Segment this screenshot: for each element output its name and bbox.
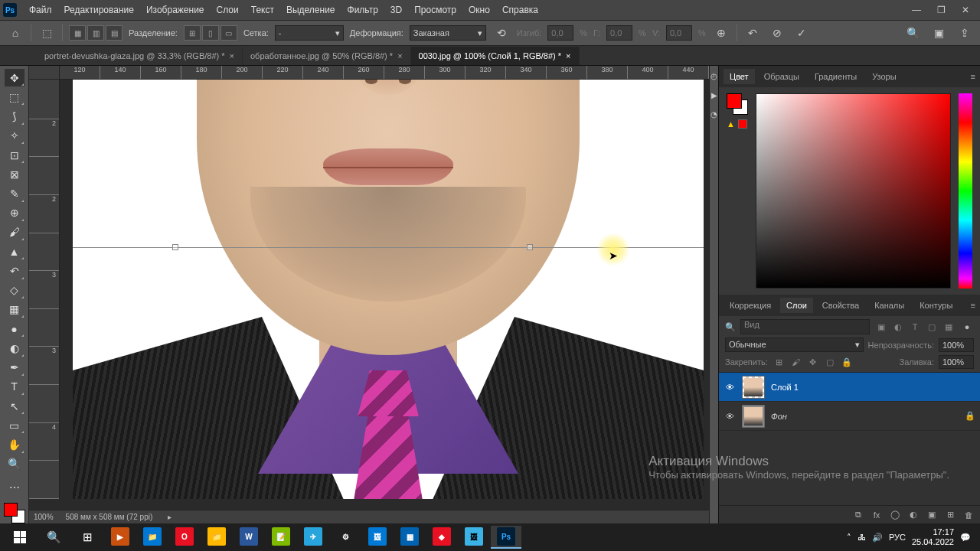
lock-position-icon[interactable]: ✥: [806, 356, 820, 368]
color-swatches[interactable]: [4, 503, 25, 523]
grid-dropdown[interactable]: -▾: [275, 25, 344, 41]
layer-name[interactable]: Фон: [771, 412, 959, 421]
frame-tool[interactable]: ⊠: [5, 165, 24, 183]
menu-file[interactable]: Файл: [23, 5, 58, 15]
warp-handle[interactable]: [527, 244, 533, 250]
arrange-icon[interactable]: ▣: [929, 24, 948, 42]
taskbar-photos[interactable]: 🖼: [459, 526, 489, 549]
close-button[interactable]: ✕: [954, 2, 977, 18]
tray-volume-icon[interactable]: 🔊: [872, 533, 883, 543]
taskbar-photoshop[interactable]: Ps: [491, 526, 521, 549]
tab-properties[interactable]: Свойства: [816, 298, 865, 313]
menu-view[interactable]: Просмотр: [408, 5, 462, 15]
hue-slider[interactable]: [959, 93, 972, 289]
split-horiz-icon[interactable]: ▤: [106, 25, 122, 41]
marquee-tool[interactable]: ⬚: [5, 88, 24, 106]
actions-icon[interactable]: ▶: [711, 91, 717, 99]
history-brush-tool[interactable]: ↶: [5, 262, 24, 279]
lock-brush-icon[interactable]: 🖌: [789, 356, 803, 368]
layer-mask-icon[interactable]: ◯: [888, 508, 902, 522]
blur-tool[interactable]: ●: [5, 320, 24, 337]
info-icon[interactable]: ◔: [710, 110, 717, 119]
history-icon[interactable]: ◴: [710, 72, 717, 80]
menu-select[interactable]: Выделение: [280, 5, 341, 15]
filter-image-icon[interactable]: ▣: [874, 321, 888, 333]
filter-shape-icon[interactable]: ▢: [925, 321, 939, 333]
layer-style-icon[interactable]: fx: [870, 508, 884, 522]
tab-swatches[interactable]: Образцы: [758, 69, 805, 84]
taskbar-app[interactable]: O: [169, 526, 200, 549]
tray-notifications-icon[interactable]: 💬: [960, 533, 971, 543]
move-tool[interactable]: ✥: [5, 69, 24, 86]
taskbar-app[interactable]: ✈: [298, 526, 328, 549]
zoom-tool[interactable]: 🔍: [5, 455, 24, 473]
maximize-button[interactable]: ❐: [929, 2, 952, 18]
menu-3d[interactable]: 3D: [384, 5, 408, 15]
opacity-field[interactable]: 100%: [939, 338, 974, 352]
ruler-horizontal[interactable]: 1201401601802002202402602803003203403603…: [60, 66, 709, 80]
search-icon[interactable]: 🔍: [903, 24, 922, 42]
panel-menu-icon[interactable]: ≡: [971, 301, 975, 310]
doc-tab-0[interactable]: portret-devushka-glaza.jpg @ 33,3% (RGB/…: [37, 47, 243, 65]
adjustment-layer-icon[interactable]: ◐: [906, 508, 920, 522]
split-grid3-icon[interactable]: ⊞: [184, 25, 201, 41]
eyedropper-tool[interactable]: ✎: [5, 184, 24, 202]
taskbar-explorer[interactable]: 📁: [201, 526, 232, 549]
taskbar-app[interactable]: W: [234, 526, 264, 549]
close-icon[interactable]: ×: [566, 51, 570, 60]
tab-paths[interactable]: Контуры: [913, 298, 959, 313]
menu-layers[interactable]: Слои: [211, 5, 245, 15]
start-button[interactable]: [3, 525, 37, 549]
taskbar-app[interactable]: 🖼: [362, 526, 393, 549]
menu-window[interactable]: Окно: [462, 5, 496, 15]
delete-layer-icon[interactable]: 🗑: [962, 508, 975, 522]
path-select-tool[interactable]: ↖: [5, 397, 24, 415]
stamp-tool[interactable]: ▲: [5, 243, 24, 260]
pen-tool[interactable]: ✒: [5, 359, 24, 377]
cancel-icon[interactable]: ⊘: [768, 24, 786, 42]
brush-tool[interactable]: 🖌: [5, 223, 24, 241]
lasso-tool[interactable]: ⟆: [5, 107, 24, 125]
tray-chevron-icon[interactable]: ˄: [847, 533, 851, 543]
tab-layers[interactable]: Слои: [780, 298, 813, 313]
panel-menu-icon[interactable]: ≡: [971, 72, 975, 81]
lock-artboard-icon[interactable]: ▢: [823, 356, 837, 368]
close-icon[interactable]: ×: [397, 51, 402, 60]
visibility-toggle[interactable]: 👁: [724, 383, 736, 392]
lock-all-icon[interactable]: 🔒: [840, 356, 854, 368]
gradient-tool[interactable]: ▦: [5, 301, 24, 318]
close-icon[interactable]: ×: [230, 51, 234, 60]
menu-filter[interactable]: Фильтр: [341, 5, 384, 15]
doc-tab-2[interactable]: 0030.jpg @ 100% (Слой 1, RGB/8#) *×: [411, 47, 580, 65]
tray-language[interactable]: РУС: [889, 533, 906, 542]
dodge-tool[interactable]: ◐: [5, 339, 24, 357]
share-icon[interactable]: ⇪: [956, 24, 974, 42]
zoom-level[interactable]: 100%: [34, 513, 54, 521]
link-layers-icon[interactable]: ⧉: [851, 508, 865, 522]
group-icon[interactable]: ▣: [925, 508, 939, 522]
blend-mode-dropdown[interactable]: Обычные ▾: [725, 337, 864, 352]
warp-handle[interactable]: [172, 244, 178, 250]
type-tool[interactable]: T: [5, 378, 24, 396]
tab-channels[interactable]: Каналы: [868, 298, 910, 313]
menu-text[interactable]: Текст: [245, 5, 280, 15]
doc-tab-1[interactable]: обработанное.jpg @ 50% (RGB/8#) *×: [243, 47, 411, 65]
minimize-button[interactable]: —: [905, 2, 928, 18]
menu-image[interactable]: Изображение: [140, 5, 211, 15]
color-swatches-mini[interactable]: [727, 93, 748, 115]
split-col-icon[interactable]: ▯: [202, 25, 219, 41]
warp-mode-icon[interactable]: ⊕: [712, 24, 730, 42]
healing-tool[interactable]: ⊕: [5, 204, 24, 222]
edit-toolbar-icon[interactable]: ⋯: [5, 479, 24, 497]
document[interactable]: ➤: [73, 80, 704, 499]
eraser-tool[interactable]: ◇: [5, 282, 24, 299]
tab-gradients[interactable]: Градиенты: [808, 69, 863, 84]
taskbar-app[interactable]: 📁: [137, 526, 168, 549]
shape-tool[interactable]: ▭: [5, 416, 24, 434]
layer-name[interactable]: Слой 1: [771, 383, 975, 392]
layer-filter-dropdown[interactable]: Вид: [740, 319, 870, 334]
split-vert-icon[interactable]: ▥: [87, 25, 104, 41]
lock-pixels-icon[interactable]: ⊞: [773, 356, 786, 368]
wand-tool[interactable]: ✧: [5, 127, 24, 145]
commit-icon[interactable]: ✓: [792, 24, 811, 42]
